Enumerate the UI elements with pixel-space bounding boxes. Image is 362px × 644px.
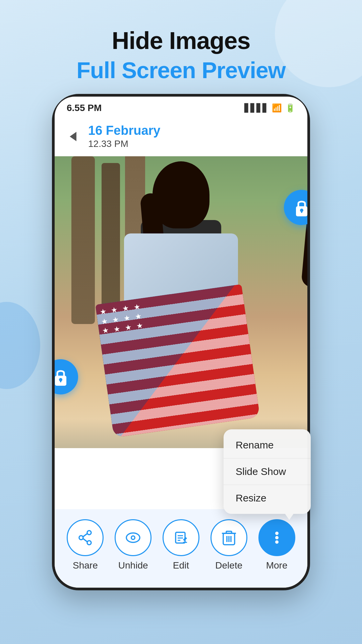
trash-icon	[221, 529, 237, 546]
delete-label: Delete	[215, 560, 242, 571]
header-time: 12.33 PM	[88, 139, 160, 149]
context-menu: Rename Slide Show Resize	[224, 429, 311, 514]
share-button[interactable]	[67, 519, 104, 556]
context-menu-rename[interactable]: Rename	[224, 432, 311, 459]
person-hair	[153, 161, 209, 228]
tree-decoration-1	[71, 156, 95, 324]
back-chevron-icon	[70, 132, 76, 141]
photo-display: ★ ★ ★ ★★ ★ ★ ★★ ★ ★ ★	[55, 156, 307, 448]
svg-point-24	[275, 532, 279, 535]
status-icons: ▋▋▋▋ 📶 🔋	[244, 103, 295, 113]
app-header: 16 February 12.33 PM	[55, 117, 307, 156]
unhide-button[interactable]	[115, 519, 152, 556]
action-edit[interactable]: Edit	[163, 519, 199, 571]
svg-point-6	[87, 531, 91, 535]
back-button[interactable]	[65, 128, 81, 145]
lock-icon-top	[293, 198, 308, 218]
flag-drape: ★ ★ ★ ★★ ★ ★ ★★ ★ ★ ★	[95, 284, 260, 437]
more-label: More	[266, 560, 288, 571]
svg-point-26	[275, 540, 279, 544]
share-icon	[77, 530, 93, 545]
svg-point-7	[87, 541, 91, 545]
context-menu-resize[interactable]: Resize	[224, 485, 311, 511]
status-time: 6.55 PM	[67, 103, 102, 113]
svg-rect-2	[301, 210, 302, 213]
share-label: Share	[73, 560, 98, 571]
lock-icon-bottom	[55, 367, 69, 387]
action-bar: Share Unhide	[55, 509, 307, 588]
header-date: 16 February	[88, 123, 160, 138]
signal-icon: ▋▋▋▋	[244, 103, 268, 113]
header-info: 16 February 12.33 PM	[88, 123, 160, 149]
svg-line-10	[83, 539, 87, 542]
svg-point-25	[275, 536, 279, 539]
flag-stars: ★ ★ ★ ★★ ★ ★ ★★ ★ ★ ★	[99, 302, 145, 336]
action-more[interactable]: More	[258, 519, 295, 571]
eye-icon	[124, 529, 142, 546]
svg-rect-5	[60, 380, 61, 382]
svg-point-13	[132, 537, 134, 539]
phone-frame: 6.55 PM ▋▋▋▋ 📶 🔋 16 February 12.33 PM	[52, 94, 310, 590]
svg-point-8	[79, 536, 83, 540]
context-menu-slideshow[interactable]: Slide Show	[224, 459, 311, 485]
bg-decoration-left	[0, 302, 40, 389]
svg-line-9	[83, 534, 87, 537]
edit-label: Edit	[173, 560, 189, 571]
edit-icon	[173, 530, 189, 546]
delete-button[interactable]	[210, 519, 247, 556]
edit-button[interactable]	[163, 519, 199, 556]
unhide-label: Unhide	[118, 560, 148, 571]
action-unhide[interactable]: Unhide	[115, 519, 152, 571]
battery-icon: 🔋	[285, 103, 295, 113]
action-share[interactable]: Share	[67, 519, 104, 571]
more-dots-icon	[269, 530, 285, 545]
more-button[interactable]	[258, 519, 295, 556]
status-bar: 6.55 PM ▋▋▋▋ 📶 🔋	[55, 97, 307, 117]
wifi-icon: 📶	[272, 103, 282, 113]
action-delete[interactable]: Delete	[210, 519, 247, 571]
person-figure: ★ ★ ★ ★★ ★ ★ ★★ ★ ★ ★	[101, 166, 261, 441]
